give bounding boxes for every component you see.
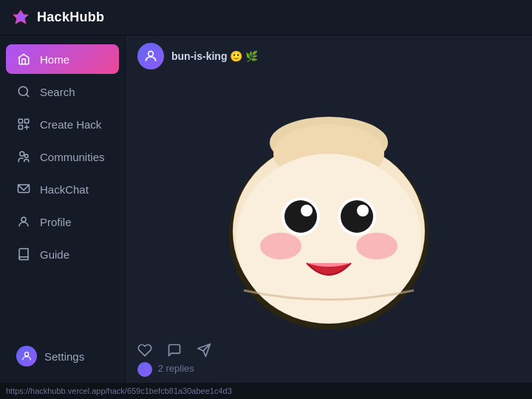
svg-rect-4 — [25, 119, 29, 123]
svg-marker-0 — [13, 10, 28, 24]
sidebar: Home Search Create Hack Communities — [0, 35, 126, 383]
communities-icon — [16, 149, 31, 164]
share-button[interactable] — [197, 343, 211, 358]
profile-icon — [16, 214, 31, 229]
comment-button[interactable] — [167, 343, 182, 358]
svg-point-24 — [260, 233, 301, 259]
guide-icon — [16, 247, 31, 262]
sidebar-item-settings-label: Settings — [44, 350, 84, 363]
svg-point-6 — [20, 151, 24, 156]
settings-avatar — [16, 346, 37, 366]
svg-rect-3 — [18, 119, 22, 123]
svg-point-25 — [356, 233, 398, 259]
svg-point-20 — [301, 205, 313, 216]
svg-point-23 — [357, 205, 369, 216]
sidebar-item-settings[interactable]: Settings — [6, 338, 119, 374]
search-icon — [16, 84, 31, 99]
post-username: bun-is-king 🙂 🌿 — [171, 50, 258, 62]
svg-point-11 — [149, 51, 154, 56]
svg-rect-5 — [18, 126, 22, 129]
bun-illustration — [203, 80, 454, 331]
app-title: HackHubb — [37, 10, 104, 25]
svg-point-10 — [24, 352, 28, 356]
sidebar-item-guide[interactable]: Guide — [6, 239, 119, 269]
sidebar-item-create-hack[interactable]: Create Hack — [6, 109, 119, 139]
sidebar-item-hackchat[interactable]: HackChat — [6, 174, 119, 204]
svg-point-22 — [341, 200, 373, 233]
sidebar-item-profile-label: Profile — [40, 216, 72, 228]
sidebar-item-search-label: Search — [40, 86, 75, 98]
post-image — [166, 74, 491, 337]
post-header: bun-is-king 🙂 🌿 — [126, 35, 532, 74]
hackchat-icon — [16, 182, 31, 197]
create-hack-icon — [16, 117, 31, 132]
post-actions — [126, 337, 532, 361]
sidebar-item-communities-label: Communities — [40, 151, 105, 163]
svg-point-7 — [25, 154, 29, 158]
svg-line-2 — [26, 94, 28, 96]
url-bar: https://hackhubb.vercel.app/hack/659c1be… — [0, 383, 532, 399]
sidebar-item-guide-label: Guide — [40, 248, 69, 261]
sidebar-item-hackchat-label: HackChat — [40, 183, 89, 196]
post-replies: 2 replies — [126, 361, 532, 383]
svg-point-19 — [284, 200, 317, 233]
replies-avatar-small — [137, 362, 152, 377]
sidebar-item-communities[interactable]: Communities — [6, 142, 119, 171]
sidebar-item-search[interactable]: Search — [6, 77, 119, 106]
url-text: https://hackhubb.vercel.app/hack/659c1be… — [6, 386, 232, 395]
main-layout: Home Search Create Hack Communities — [0, 35, 532, 383]
feed: bun-is-king 🙂 🌿 — [126, 35, 532, 383]
content-area: bun-is-king 🙂 🌿 — [126, 35, 532, 383]
topbar: HackHubb — [0, 0, 532, 35]
svg-point-9 — [21, 217, 26, 222]
home-icon — [16, 52, 31, 66]
sidebar-item-create-hack-label: Create Hack — [40, 118, 101, 131]
avatar — [137, 43, 164, 69]
sidebar-item-profile[interactable]: Profile — [6, 207, 119, 236]
app-logo — [12, 9, 30, 27]
like-button[interactable] — [137, 343, 152, 358]
table-row: bun-is-king 🙂 🌿 — [126, 35, 532, 383]
sidebar-item-home-label: Home — [40, 53, 69, 66]
sidebar-item-home[interactable]: Home — [6, 44, 119, 74]
sidebar-bottom: Settings — [6, 338, 119, 374]
